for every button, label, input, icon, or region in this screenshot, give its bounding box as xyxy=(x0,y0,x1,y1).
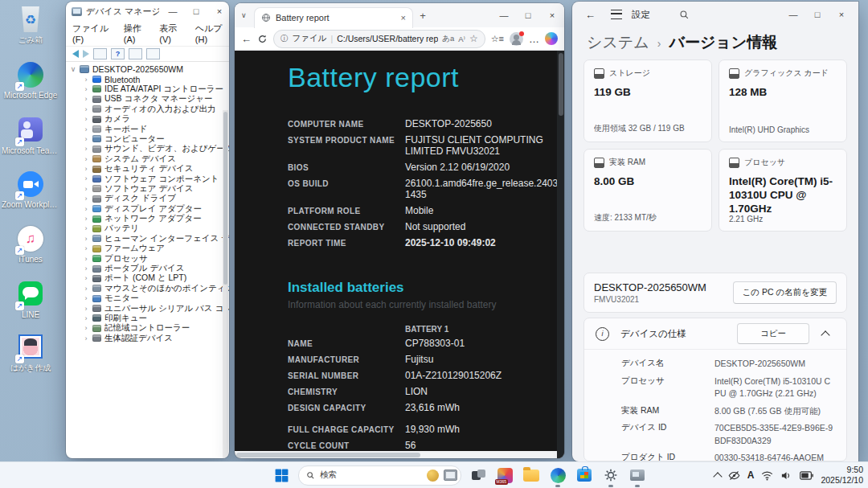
maximize-button[interactable]: □ xyxy=(805,2,829,27)
chevron-collapsed-icon[interactable]: › xyxy=(83,185,89,193)
tree-item[interactable]: › カメラ xyxy=(66,114,229,124)
maximize-button[interactable]: □ xyxy=(186,2,206,21)
battery-icon[interactable] xyxy=(800,471,813,480)
update-driver-icon[interactable] xyxy=(146,48,160,59)
menu-item[interactable]: 表示(V) xyxy=(159,23,185,44)
chevron-collapsed-icon[interactable]: › xyxy=(83,105,89,113)
back-icon[interactable] xyxy=(72,50,79,58)
tree-item[interactable]: › ディスプレイ アダプター xyxy=(66,203,229,213)
more-menu-icon[interactable]: … xyxy=(529,33,539,45)
menu-item[interactable]: ファイル(F) xyxy=(72,23,113,44)
tree-item[interactable]: › ヒューマン インターフェイス デバイス xyxy=(66,234,229,244)
chevron-collapsed-icon[interactable]: › xyxy=(83,285,89,293)
wifi-icon[interactable] xyxy=(761,470,773,481)
chevron-collapsed-icon[interactable]: › xyxy=(83,115,89,123)
chevron-collapsed-icon[interactable]: › xyxy=(83,195,89,203)
desktop-icon-teams[interactable]: ↗ Microsoft Teams xyxy=(2,116,59,166)
tree-item[interactable]: › バッテリ xyxy=(66,223,229,233)
tree-item[interactable]: › 記憶域コントローラー xyxy=(66,323,229,333)
collections-icon[interactable]: ☆≡ xyxy=(491,34,504,44)
chevron-collapsed-icon[interactable]: › xyxy=(83,255,89,263)
properties-icon[interactable] xyxy=(93,48,107,59)
privacy-eye-icon[interactable] xyxy=(728,470,740,482)
menu-item[interactable]: 操作(A) xyxy=(124,23,149,44)
menu-item[interactable]: ヘルプ(H) xyxy=(195,23,229,44)
taskbar-settings-button[interactable] xyxy=(601,465,620,485)
chevron-collapsed-icon[interactable]: › xyxy=(83,244,89,252)
taskbar-device-manager-button[interactable] xyxy=(628,465,647,485)
tree-item[interactable]: › コンピューター xyxy=(66,134,229,144)
new-tab-button[interactable]: + xyxy=(413,10,432,22)
tree-item[interactable]: › キーボード xyxy=(66,124,229,133)
page-info-icon[interactable]: ⓘ xyxy=(280,34,289,44)
close-button[interactable]: × xyxy=(210,2,229,21)
tab-close-icon[interactable]: × xyxy=(401,13,406,23)
desktop-icon-zoom[interactable]: ↗ Zoom Workplace xyxy=(2,170,59,220)
minimize-button[interactable]: — xyxy=(781,2,805,27)
maximize-button[interactable]: □ xyxy=(516,3,540,27)
minimize-button[interactable]: — xyxy=(492,3,516,27)
tree-item[interactable]: › ポータブル デバイス xyxy=(66,264,229,273)
tree-item[interactable]: › ソフトウェア コンポーネント xyxy=(66,174,229,183)
desktop-icon-itunes[interactable]: ♫↗ iTunes xyxy=(2,225,59,275)
start-button[interactable] xyxy=(272,465,291,485)
task-view-button[interactable] xyxy=(469,465,488,485)
chevron-collapsed-icon[interactable]: › xyxy=(83,165,89,173)
tree-item[interactable]: › 印刷キュー xyxy=(66,314,229,323)
chevron-collapsed-icon[interactable]: › xyxy=(83,135,89,143)
vertical-scrollbar[interactable] xyxy=(557,51,564,458)
minimize-button[interactable]: — xyxy=(163,2,182,21)
tree-item[interactable]: › マウスとそのほかのポインティング デバイス xyxy=(66,284,229,293)
speaker-icon[interactable] xyxy=(780,470,792,481)
desktop-icon-line[interactable]: ↗ LINE xyxy=(2,280,59,330)
chevron-collapsed-icon[interactable]: › xyxy=(83,294,89,302)
tree-item[interactable]: › プロセッサ xyxy=(66,253,229,263)
chevron-collapsed-icon[interactable]: › xyxy=(83,155,89,163)
read-aloud-icon[interactable]: A⁾ xyxy=(458,35,465,43)
chevron-up-icon[interactable] xyxy=(821,330,829,339)
chevron-collapsed-icon[interactable]: › xyxy=(83,224,89,232)
chevron-collapsed-icon[interactable]: › xyxy=(83,314,89,322)
desktop-icon-hagaki[interactable]: ↗ はがき作成 xyxy=(2,333,59,383)
tree-item[interactable]: › システム デバイス xyxy=(66,154,229,164)
scan-hardware-icon[interactable] xyxy=(129,48,142,59)
chevron-expanded-icon[interactable]: ∨ xyxy=(70,65,76,73)
tree-root-computer[interactable]: ∨ DESKTOP-2025650WM xyxy=(66,64,229,74)
tree-item[interactable]: › ポート (COM と LPT) xyxy=(66,273,229,283)
desktop-icon-recycle-bin[interactable]: ♻ ごみ箱 xyxy=(2,6,59,56)
ime-indicator[interactable]: A xyxy=(747,470,755,481)
profile-avatar[interactable] xyxy=(510,32,523,46)
taskbar-search[interactable]: 検索 xyxy=(298,465,461,486)
tree-item[interactable]: › Bluetooth xyxy=(66,74,229,84)
tree-item[interactable]: › 生体認証デバイス xyxy=(66,334,229,343)
taskbar-explorer-button[interactable] xyxy=(522,465,541,485)
chevron-collapsed-icon[interactable]: › xyxy=(83,205,89,213)
tree-item[interactable]: › サウンド、ビデオ、およびゲーム コントローラー xyxy=(66,144,229,154)
chevron-collapsed-icon[interactable]: › xyxy=(83,174,89,182)
chevron-collapsed-icon[interactable]: › xyxy=(83,305,89,313)
chevron-collapsed-icon[interactable]: › xyxy=(83,324,89,332)
rename-pc-button[interactable]: この PC の名前を変更 xyxy=(733,281,837,304)
chevron-collapsed-icon[interactable]: › xyxy=(83,274,89,282)
tree-item[interactable]: › ファームウェア xyxy=(66,244,229,253)
tree-item[interactable]: › ネットワーク アダプター xyxy=(66,214,229,223)
device-tree-scrollbar[interactable] xyxy=(223,110,228,458)
tab-search-chevron-icon[interactable]: ∨ xyxy=(241,11,254,19)
favorite-star-icon[interactable]: ☆ xyxy=(469,33,478,44)
tab-battery-report[interactable]: Battery report × xyxy=(254,7,413,28)
device-specs-header[interactable]: i デバイスの仕様 コピー xyxy=(584,318,846,350)
help-icon[interactable]: ? xyxy=(111,48,125,59)
back-icon[interactable]: ← xyxy=(585,9,604,21)
tree-item[interactable]: › ソフトウェア デバイス xyxy=(66,184,229,194)
close-button[interactable]: × xyxy=(540,3,564,27)
desktop-icon-edge[interactable]: ↗ Microsoft Edge xyxy=(2,61,59,111)
chevron-collapsed-icon[interactable]: › xyxy=(83,145,89,153)
tree-item[interactable]: › USB コネクタ マネージャー xyxy=(66,94,229,104)
copilot-icon[interactable] xyxy=(545,32,558,45)
chevron-collapsed-icon[interactable]: › xyxy=(83,265,89,273)
back-icon[interactable]: ← xyxy=(241,33,252,45)
chevron-collapsed-icon[interactable]: › xyxy=(83,95,89,103)
taskbar-clock[interactable]: 9:50 2025/12/10 xyxy=(821,465,863,486)
forward-icon[interactable] xyxy=(83,50,89,58)
refresh-icon[interactable] xyxy=(257,34,268,44)
